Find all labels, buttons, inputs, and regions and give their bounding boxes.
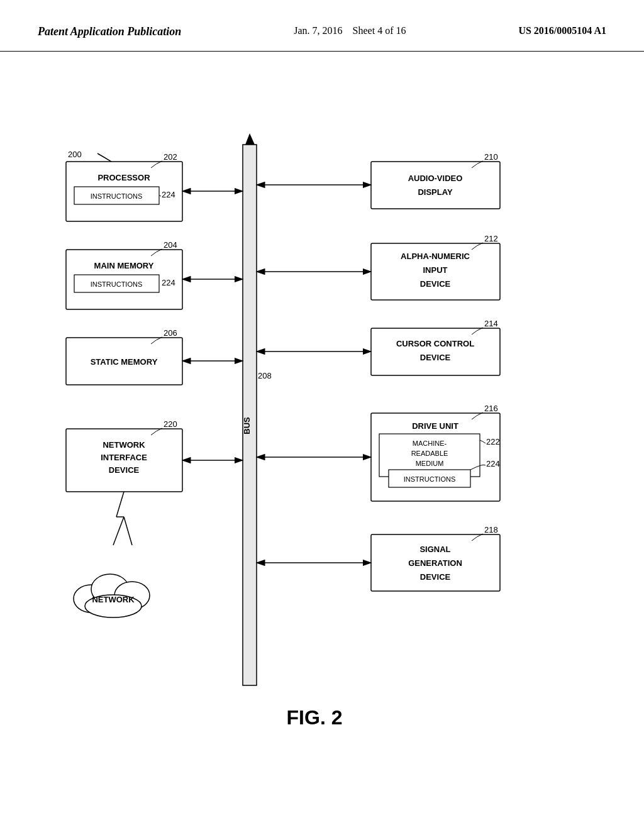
network-interface-label1: NETWORK — [103, 440, 145, 450]
ref-222: 222 — [486, 437, 500, 446]
header-date: Jan. 7, 2016 — [294, 25, 342, 36]
ref-224a: 224 — [162, 190, 175, 199]
alpha-numeric-label1: ALPHA-NUMERIC — [401, 252, 470, 261]
ref-204: 204 — [164, 240, 177, 250]
ref-224b: 224 — [162, 278, 175, 287]
main-memory-instructions-label: INSTRUCTIONS — [91, 280, 143, 288]
audio-video-box — [371, 162, 500, 209]
signal-gen-label3: DEVICE — [420, 572, 451, 582]
page-header: Patent Application Publication Jan. 7, 2… — [0, 0, 644, 52]
bus-shaft — [243, 145, 257, 685]
cursor-control-label1: CURSOR CONTROL — [396, 339, 474, 348]
alpha-numeric-label2: INPUT — [423, 265, 448, 275]
ref-210: 210 — [484, 152, 498, 162]
main-memory-label: MAIN MEMORY — [94, 261, 154, 270]
alpha-numeric-label3: DEVICE — [420, 279, 451, 289]
lightning-line3 — [113, 517, 124, 545]
network-interface-label3: DEVICE — [109, 465, 140, 475]
header-left: Patent Application Publication — [38, 25, 181, 38]
network-cloud-label: NETWORK — [92, 595, 135, 604]
ref-206: 206 — [164, 328, 177, 338]
audio-video-label1: AUDIO-VIDEO — [408, 174, 463, 183]
cursor-control-label2: DEVICE — [420, 353, 451, 362]
signal-gen-label1: SIGNAL — [419, 545, 450, 554]
drive-instructions-label: INSTRUCTIONS — [404, 475, 456, 483]
header-sheet: Sheet 4 of 16 — [353, 25, 406, 36]
processor-label: PROCESSOR — [97, 173, 150, 182]
processor-instructions-label: INSTRUCTIONS — [91, 192, 143, 200]
bus-arrow-up — [245, 133, 255, 145]
machine-readable-label1: MACHINE- — [413, 440, 447, 447]
ref-214: 214 — [484, 319, 498, 328]
diagram-container: 200 BUS 208 PROCESSOR INSTRUCTIONS 202 — [0, 52, 644, 794]
lightning-line1 — [116, 492, 124, 517]
ref-218: 218 — [484, 525, 498, 534]
ref-220: 220 — [164, 419, 177, 429]
signal-gen-label2: GENERATION — [408, 558, 462, 568]
static-memory-label: STATIC MEMORY — [91, 357, 158, 367]
drive-unit-label: DRIVE UNIT — [412, 421, 458, 431]
bus-label: BUS — [242, 417, 252, 434]
ref-202: 202 — [164, 152, 177, 162]
machine-readable-label3: MEDIUM — [416, 460, 444, 467]
header-center: Jan. 7, 2016 Sheet 4 of 16 — [294, 25, 406, 36]
cursor-control-box — [371, 328, 500, 375]
ref-200: 200 — [68, 150, 82, 159]
machine-readable-label2: READABLE — [411, 450, 448, 457]
lightning-line4 — [124, 517, 132, 545]
audio-video-label2: DISPLAY — [418, 187, 452, 197]
patent-diagram: 200 BUS 208 PROCESSOR INSTRUCTIONS 202 — [0, 52, 644, 794]
header-right: US 2016/0005104 A1 — [518, 25, 606, 36]
ref-216: 216 — [484, 404, 498, 413]
fig-label: FIG. 2 — [287, 706, 343, 729]
network-interface-label2: INTERFACE — [101, 453, 147, 462]
ref-208: 208 — [258, 371, 272, 380]
ref-212: 212 — [484, 234, 498, 243]
ref-224c: 224 — [486, 459, 500, 468]
